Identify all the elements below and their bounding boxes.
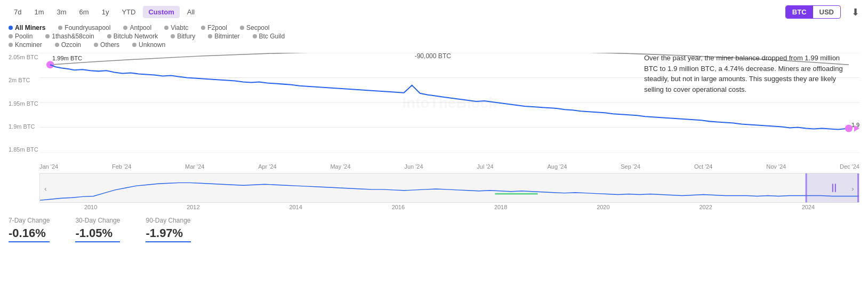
legend-label-viabtc: Viabtc <box>171 24 188 31</box>
legend-dot-foundry <box>58 26 62 30</box>
legend-btcguild: Btc Guild <box>253 33 285 40</box>
currency-toggle: BTC USD <box>785 5 841 19</box>
currency-btc[interactable]: BTC <box>786 6 813 18</box>
legend-bitminter: Bitminter <box>208 33 239 40</box>
legend-label-others: Others <box>100 41 119 49</box>
stat-90day-label: 90-Day Change <box>146 217 190 224</box>
legend-label-bitclub: Bitclub Network <box>114 33 158 40</box>
legend-label-f2pool: F2pool <box>207 24 227 31</box>
legend-label-bitminter: Bitminter <box>214 33 239 40</box>
download-icon[interactable]: ⬇ <box>851 6 859 18</box>
x-label-jun: Jun '24 <box>404 163 423 170</box>
legend-row-1: All Miners Foundryusapool Antpool Viabtc… <box>9 24 859 33</box>
x-label-oct: Oct '24 <box>694 163 713 170</box>
filter-7d[interactable]: 7d <box>9 6 27 18</box>
filter-all[interactable]: All <box>182 6 200 18</box>
legend-viabtc: Viabtc <box>164 24 188 31</box>
legend-label-btcguild: Btc Guild <box>259 33 285 40</box>
mini-x-2024: 2024 <box>802 204 815 210</box>
stat-30day-label: 30-Day Change <box>75 217 120 224</box>
legend-dot-viabtc <box>164 26 168 30</box>
legend-foundry: Foundryusapool <box>58 24 110 31</box>
legend-dot-others <box>94 43 98 47</box>
legend-secpool: Secpool <box>240 24 269 31</box>
filter-1m[interactable]: 1m <box>29 6 49 18</box>
legend-antpool: Antpool <box>123 24 151 31</box>
legend-label-secpool: Secpool <box>246 24 269 31</box>
x-label-sep: Sep '24 <box>621 163 640 170</box>
legend-label-poolin: Poolin <box>15 33 33 40</box>
mini-x-2016: 2016 <box>392 204 405 210</box>
stat-30day-value: -1.05% <box>75 226 120 240</box>
legend-dot-poolin <box>9 34 13 38</box>
mini-x-2022: 2022 <box>699 204 712 210</box>
time-filter-group: 7d 1m 3m 6m 1y YTD Custom All <box>9 6 200 18</box>
x-label-feb: Feb '24 <box>112 163 131 170</box>
legend-unknown: Unknown <box>132 41 165 49</box>
legend-dot-1thash <box>45 34 50 38</box>
legend-label-bitfury: Bitfury <box>177 33 195 40</box>
filter-3m[interactable]: 3m <box>52 6 72 18</box>
legend-row-2: Poolin 1thash&58coin Bitclub Network Bit… <box>9 33 859 41</box>
legend-dot-kncminer <box>9 43 13 47</box>
x-axis-labels: Jan '24 Feb '24 Mar '24 Apr '24 May '24 … <box>39 163 859 170</box>
x-label-may: May '24 <box>330 163 350 170</box>
svg-text:-90,000 BTC: -90,000 BTC <box>415 53 452 60</box>
filter-1y[interactable]: 1y <box>97 6 115 18</box>
legend-label-kncminer: Kncminer <box>15 41 42 49</box>
currency-usd[interactable]: USD <box>813 6 840 18</box>
legend-others: Others <box>94 41 119 49</box>
filter-ytd[interactable]: YTD <box>116 6 141 18</box>
x-label-jan: Jan '24 <box>39 163 58 170</box>
svg-text:‹: ‹ <box>44 185 47 193</box>
x-label-nov: Nov '24 <box>766 163 786 170</box>
legend-ozcoin: Ozcoin <box>55 41 81 49</box>
mini-x-2010: 2010 <box>84 204 97 210</box>
y-label-1: 2m BTC <box>9 77 39 83</box>
legend-dot-antpool <box>123 26 127 30</box>
mini-x-2014: 2014 <box>289 204 302 210</box>
stat-7day-value: -0.16% <box>9 226 50 240</box>
legend-poolin: Poolin <box>9 33 33 40</box>
top-bar: 7d 1m 3m 6m 1y YTD Custom All BTC USD ⬇ <box>0 0 868 22</box>
legend-dot-unknown <box>132 43 136 47</box>
legend-f2pool: F2pool <box>201 24 227 31</box>
legend-bitfury: Bitfury <box>171 33 195 40</box>
legend-label-ozcoin: Ozcoin <box>61 41 81 49</box>
legend-dot-bitfury <box>171 34 175 38</box>
y-label-4: 1.85m BTC <box>9 146 39 153</box>
mini-x-2012: 2012 <box>187 204 199 210</box>
x-label-apr: Apr '24 <box>258 163 277 170</box>
x-label-jul: Jul '24 <box>477 163 493 170</box>
legend-dot-bitminter <box>208 34 212 38</box>
y-label-0: 2.05m BTC <box>9 54 39 60</box>
legend-dot-bitclub <box>107 34 111 38</box>
legend-dot-f2pool <box>201 26 205 30</box>
mini-x-2018: 2018 <box>494 204 507 210</box>
legend-kncminer: Kncminer <box>9 41 42 49</box>
info-box: Over the past year, the miner balance dr… <box>644 53 852 94</box>
filter-custom[interactable]: Custom <box>143 6 179 18</box>
legend-label-foundry: Foundryusapool <box>65 24 110 31</box>
filter-6m[interactable]: 6m <box>74 6 94 18</box>
legend-dot-btcguild <box>253 34 257 38</box>
stat-90day-separator <box>146 241 190 242</box>
legend-bitclub: Bitclub Network <box>107 33 158 40</box>
stat-90day: 90-Day Change -1.97% <box>146 217 190 242</box>
svg-text:1.99m BTC: 1.99m BTC <box>52 55 82 61</box>
stat-30day-separator <box>75 241 120 242</box>
x-label-dec: Dec '24 <box>840 163 859 170</box>
legend-dot-ozcoin <box>55 43 59 47</box>
x-label-aug: Aug '24 <box>548 163 567 170</box>
svg-text:›: › <box>851 185 854 193</box>
y-label-2: 1.95m BTC <box>9 100 39 107</box>
legend-area: All Miners Foundryusapool Antpool Viabtc… <box>0 22 868 51</box>
stat-90day-value: -1.97% <box>146 226 190 240</box>
mini-chart-area[interactable]: ‹ › <box>39 173 859 203</box>
legend-dot-secpool <box>240 26 244 30</box>
svg-rect-15 <box>857 173 859 202</box>
stat-7day: 7-Day Change -0.16% <box>9 217 50 242</box>
stat-30day: 30-Day Change -1.05% <box>75 217 120 242</box>
legend-1thash: 1thash&58coin <box>45 33 94 40</box>
y-axis-labels: 2.05m BTC 2m BTC 1.95m BTC 1.9m BTC 1.85… <box>9 53 39 162</box>
